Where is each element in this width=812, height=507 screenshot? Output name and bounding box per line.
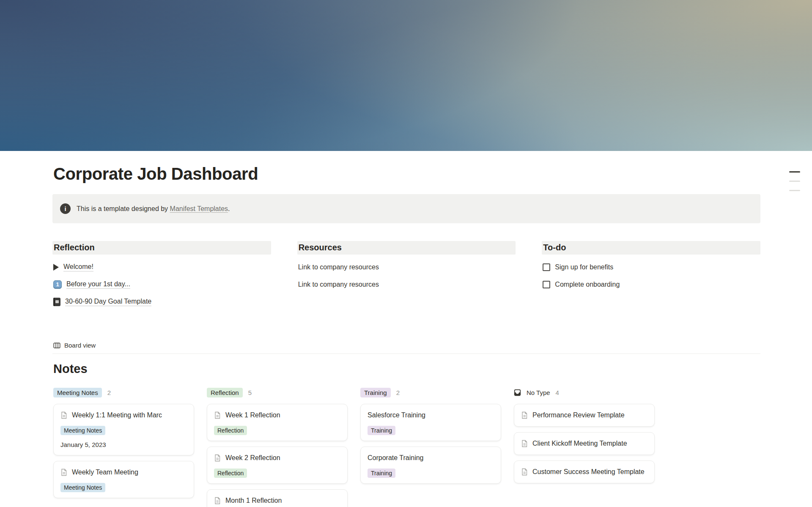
card-week-1-reflection[interactable]: Week 1 Reflection Reflection bbox=[207, 404, 348, 441]
page-icon bbox=[521, 411, 528, 419]
page-icon bbox=[214, 497, 221, 504]
database-views-row: Board view bbox=[52, 338, 760, 354]
page-link-welcome[interactable]: Welcome! bbox=[52, 258, 271, 276]
todo-item-onboarding: Complete onboarding bbox=[542, 276, 760, 293]
column-heading-reflection: Reflection bbox=[52, 241, 271, 255]
callout-text-before: This is a template designed by bbox=[77, 205, 170, 212]
toc-line[interactable] bbox=[789, 190, 800, 191]
callout: i This is a template designed by Manifes… bbox=[52, 194, 760, 223]
callout-text: This is a template designed by Manifest … bbox=[77, 205, 230, 213]
card-title[interactable]: Performance Review Template bbox=[532, 410, 625, 421]
group-count: 2 bbox=[396, 389, 400, 396]
page-icon bbox=[214, 454, 221, 462]
card-title[interactable]: Customer Success Meeting Template bbox=[532, 466, 645, 477]
group-count: 2 bbox=[107, 389, 111, 396]
column-reflection: Reflection Welcome! 1 Before your 1st da… bbox=[52, 241, 271, 310]
group-header[interactable]: Reflection 5 bbox=[207, 387, 348, 398]
board-group-reflection: Reflection 5 Week 1 Reflection Reflectio… bbox=[207, 387, 348, 507]
card-title[interactable]: Weekly Team Meeting bbox=[72, 467, 138, 478]
card-customer-success-meeting-template[interactable]: Customer Success Meeting Template bbox=[514, 460, 655, 483]
play-icon bbox=[53, 264, 59, 271]
page-content: Corporate Job Dashboard i This is a temp… bbox=[52, 164, 760, 507]
group-header[interactable]: Meeting Notes 2 bbox=[53, 387, 194, 398]
manifest-templates-link[interactable]: Manifest Templates bbox=[170, 205, 228, 212]
card-tag: Reflection bbox=[214, 426, 247, 435]
todo-item-benefits: Sign up for benefits bbox=[542, 258, 760, 276]
no-type-icon bbox=[514, 389, 521, 396]
card-tag: Reflection bbox=[214, 469, 247, 478]
card-performance-review-template[interactable]: Performance Review Template bbox=[514, 404, 655, 427]
card-corporate-training[interactable]: Corporate Training Training bbox=[360, 447, 501, 484]
card-tag: Training bbox=[368, 469, 395, 478]
card-weekly-team-meeting[interactable]: Weekly Team Meeting Meeting Notes bbox=[53, 461, 194, 498]
resource-link-1[interactable]: Link to company resources bbox=[297, 258, 516, 276]
card-tag: Meeting Notes bbox=[60, 483, 105, 492]
group-pill[interactable]: Reflection bbox=[207, 388, 243, 397]
checkbox-sign-up-for-benefits[interactable] bbox=[543, 263, 550, 271]
group-header[interactable]: No Type 4 bbox=[514, 387, 655, 398]
page-link-30-60-90-template[interactable]: 30-60-90 Day Goal Template bbox=[52, 293, 271, 310]
todo-label: Complete onboarding bbox=[555, 281, 620, 288]
card-title[interactable]: Week 1 Reflection bbox=[225, 410, 280, 421]
card-title[interactable]: Corporate Training bbox=[368, 452, 424, 463]
card-tag: Meeting Notes bbox=[60, 426, 105, 435]
card-title[interactable]: Client Kickoff Meeting Template bbox=[532, 438, 627, 449]
info-icon: i bbox=[60, 203, 71, 214]
column-todo: To-do Sign up for benefits Complete onbo… bbox=[542, 241, 760, 310]
card-title[interactable]: Salesforce Training bbox=[368, 410, 425, 421]
notebook-icon bbox=[53, 298, 60, 306]
group-pill[interactable]: Meeting Notes bbox=[53, 388, 102, 397]
cover-image bbox=[0, 0, 812, 151]
card-salesforce-training[interactable]: Salesforce Training Training bbox=[360, 404, 501, 441]
todo-label: Sign up for benefits bbox=[555, 263, 613, 271]
board-group-meeting-notes: Meeting Notes 2 Weekly 1:1 Meeting with … bbox=[53, 387, 194, 507]
card-title[interactable]: Month 1 Reflection bbox=[225, 495, 282, 506]
card-date: January 5, 2023 bbox=[60, 440, 187, 449]
page-link-label[interactable]: Welcome! bbox=[63, 263, 93, 271]
page-icon bbox=[521, 468, 528, 476]
card-week-2-reflection[interactable]: Week 2 Reflection Reflection bbox=[207, 447, 348, 484]
page-icon bbox=[214, 411, 221, 419]
toc-line[interactable] bbox=[789, 181, 800, 182]
card-title[interactable]: Week 2 Reflection bbox=[225, 452, 280, 463]
database-title: Notes bbox=[52, 362, 760, 376]
card-month-1-reflection[interactable]: Month 1 Reflection Reflection bbox=[207, 489, 348, 507]
toc-line[interactable] bbox=[789, 171, 800, 173]
tab-board-view[interactable]: Board view bbox=[64, 342, 96, 349]
card-client-kickoff-meeting-template[interactable]: Client Kickoff Meeting Template bbox=[514, 432, 655, 455]
group-header[interactable]: Training 2 bbox=[360, 387, 501, 398]
callout-text-after: . bbox=[228, 205, 230, 212]
resource-link-2[interactable]: Link to company resources bbox=[297, 276, 516, 293]
column-resources: Resources Link to company resources Link… bbox=[297, 241, 516, 310]
card-tag: Training bbox=[368, 426, 395, 435]
board-group-no-type: No Type 4 Performance Review Template bbox=[514, 387, 655, 507]
checkbox-complete-onboarding[interactable] bbox=[543, 281, 550, 288]
page-title: Corporate Job Dashboard bbox=[52, 164, 760, 184]
group-pill[interactable]: Training bbox=[360, 388, 391, 397]
page-icon bbox=[60, 411, 67, 419]
board-view: Meeting Notes 2 Weekly 1:1 Meeting with … bbox=[52, 387, 760, 507]
group-name[interactable]: No Type bbox=[527, 389, 550, 396]
column-heading-todo: To-do bbox=[542, 241, 760, 255]
page-icon bbox=[521, 440, 528, 447]
keycap-1-icon: 1 bbox=[53, 280, 62, 289]
column-heading-resources: Resources bbox=[297, 241, 516, 255]
page-link-before-your-1st-day[interactable]: 1 Before your 1st day... bbox=[52, 276, 271, 293]
board-group-training: Training 2 Salesforce Training Training … bbox=[360, 387, 501, 507]
columns-section: Reflection Welcome! 1 Before your 1st da… bbox=[52, 241, 760, 310]
card-title[interactable]: Weekly 1:1 Meeting with Marc bbox=[72, 410, 162, 421]
group-count: 5 bbox=[248, 389, 252, 396]
page-link-label[interactable]: 30-60-90 Day Goal Template bbox=[65, 298, 151, 306]
group-count: 4 bbox=[556, 389, 559, 396]
page-link-label[interactable]: Before your 1st day... bbox=[66, 280, 130, 289]
table-of-contents-indicator[interactable] bbox=[789, 171, 800, 199]
card-weekly-11-meeting[interactable]: Weekly 1:1 Meeting with Marc Meeting Not… bbox=[53, 404, 194, 455]
page-icon bbox=[60, 469, 67, 476]
board-view-icon bbox=[53, 342, 60, 349]
